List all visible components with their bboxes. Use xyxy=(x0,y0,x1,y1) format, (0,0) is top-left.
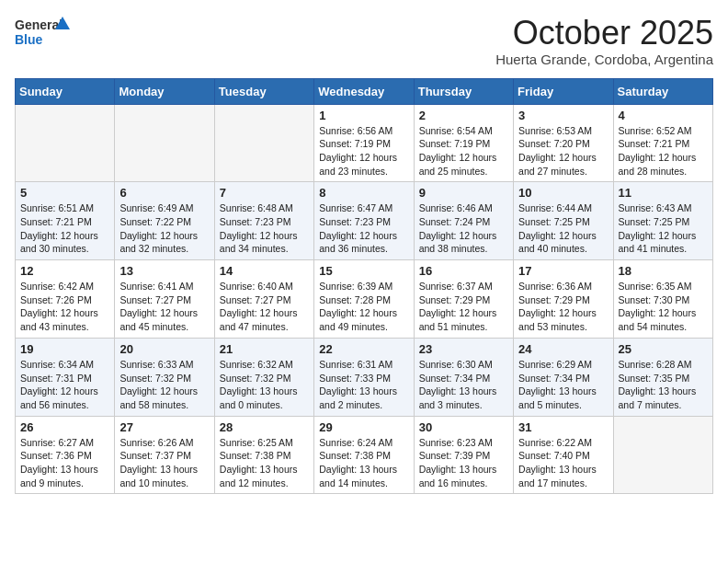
day-number: 4 xyxy=(619,109,708,122)
day-info: Sunrise: 6:22 AM Sunset: 7:40 PM Dayligh… xyxy=(518,436,608,490)
day-number: 19 xyxy=(20,342,109,356)
calendar-day-cell: 21Sunrise: 6:32 AM Sunset: 7:32 PM Dayli… xyxy=(214,338,313,416)
day-info: Sunrise: 6:46 AM Sunset: 7:24 PM Dayligh… xyxy=(419,201,508,256)
month-title: October 2025 xyxy=(495,15,713,52)
day-number: 17 xyxy=(518,264,608,278)
day-info: Sunrise: 6:26 AM Sunset: 7:37 PM Dayligh… xyxy=(119,436,209,490)
day-number: 12 xyxy=(20,264,109,278)
day-number: 1 xyxy=(319,109,408,122)
calendar-day-cell: 13Sunrise: 6:41 AM Sunset: 7:27 PM Dayli… xyxy=(115,260,214,339)
calendar-header-friday: Friday xyxy=(514,78,613,104)
calendar-day-cell: 15Sunrise: 6:39 AM Sunset: 7:28 PM Dayli… xyxy=(314,260,414,339)
day-info: Sunrise: 6:25 AM Sunset: 7:38 PM Dayligh… xyxy=(220,436,309,490)
day-number: 21 xyxy=(220,342,309,356)
day-info: Sunrise: 6:48 AM Sunset: 7:23 PM Dayligh… xyxy=(220,201,309,256)
day-info: Sunrise: 6:43 AM Sunset: 7:25 PM Dayligh… xyxy=(619,201,708,256)
location-title: Huerta Grande, Cordoba, Argentina xyxy=(495,52,713,67)
day-info: Sunrise: 6:42 AM Sunset: 7:26 PM Dayligh… xyxy=(20,280,109,334)
calendar-day-cell: 7Sunrise: 6:48 AM Sunset: 7:23 PM Daylig… xyxy=(214,182,313,260)
day-info: Sunrise: 6:47 AM Sunset: 7:23 PM Dayligh… xyxy=(319,201,408,256)
day-info: Sunrise: 6:54 AM Sunset: 7:19 PM Dayligh… xyxy=(419,124,508,178)
day-number: 30 xyxy=(419,420,508,434)
calendar-day-cell: 19Sunrise: 6:34 AM Sunset: 7:31 PM Dayli… xyxy=(16,338,115,416)
calendar-header-saturday: Saturday xyxy=(613,78,712,104)
calendar-header-row: SundayMondayTuesdayWednesdayThursdayFrid… xyxy=(16,78,713,104)
day-number: 24 xyxy=(518,342,608,356)
day-info: Sunrise: 6:28 AM Sunset: 7:35 PM Dayligh… xyxy=(619,358,708,412)
calendar-day-cell: 31Sunrise: 6:22 AM Sunset: 7:40 PM Dayli… xyxy=(514,416,613,494)
calendar-day-cell: 3Sunrise: 6:53 AM Sunset: 7:20 PM Daylig… xyxy=(514,104,613,182)
day-info: Sunrise: 6:49 AM Sunset: 7:22 PM Dayligh… xyxy=(119,201,209,256)
calendar-day-cell: 30Sunrise: 6:23 AM Sunset: 7:39 PM Dayli… xyxy=(414,416,513,494)
day-info: Sunrise: 6:51 AM Sunset: 7:21 PM Dayligh… xyxy=(20,201,109,256)
calendar-day-cell: 11Sunrise: 6:43 AM Sunset: 7:25 PM Dayli… xyxy=(613,182,712,260)
calendar-table: SundayMondayTuesdayWednesdayThursdayFrid… xyxy=(15,78,713,495)
calendar-day-cell: 16Sunrise: 6:37 AM Sunset: 7:29 PM Dayli… xyxy=(414,260,513,339)
calendar-day-cell: 17Sunrise: 6:36 AM Sunset: 7:29 PM Dayli… xyxy=(514,260,613,339)
calendar-day-cell: 5Sunrise: 6:51 AM Sunset: 7:21 PM Daylig… xyxy=(16,182,115,260)
day-number: 10 xyxy=(518,186,608,200)
day-number: 23 xyxy=(419,342,508,356)
day-number: 15 xyxy=(319,264,408,278)
calendar-day-cell xyxy=(214,104,313,182)
calendar-day-cell xyxy=(613,416,712,494)
day-number: 27 xyxy=(119,420,209,434)
calendar-week-row: 12Sunrise: 6:42 AM Sunset: 7:26 PM Dayli… xyxy=(16,260,713,339)
calendar-day-cell: 20Sunrise: 6:33 AM Sunset: 7:32 PM Dayli… xyxy=(115,338,214,416)
day-info: Sunrise: 6:56 AM Sunset: 7:19 PM Dayligh… xyxy=(319,124,408,178)
day-number: 16 xyxy=(419,264,508,278)
day-number: 22 xyxy=(319,342,408,356)
calendar-day-cell: 29Sunrise: 6:24 AM Sunset: 7:38 PM Dayli… xyxy=(314,416,414,494)
day-number: 5 xyxy=(20,186,109,200)
calendar-day-cell: 22Sunrise: 6:31 AM Sunset: 7:33 PM Dayli… xyxy=(314,338,414,416)
day-number: 14 xyxy=(220,264,309,278)
calendar-day-cell: 1Sunrise: 6:56 AM Sunset: 7:19 PM Daylig… xyxy=(314,104,414,182)
day-info: Sunrise: 6:31 AM Sunset: 7:33 PM Dayligh… xyxy=(319,358,408,412)
calendar-day-cell: 6Sunrise: 6:49 AM Sunset: 7:22 PM Daylig… xyxy=(115,182,214,260)
day-number: 3 xyxy=(518,109,608,122)
calendar-day-cell: 12Sunrise: 6:42 AM Sunset: 7:26 PM Dayli… xyxy=(16,260,115,339)
calendar-day-cell: 10Sunrise: 6:44 AM Sunset: 7:25 PM Dayli… xyxy=(514,182,613,260)
day-number: 9 xyxy=(419,186,508,200)
calendar-day-cell: 28Sunrise: 6:25 AM Sunset: 7:38 PM Dayli… xyxy=(214,416,313,494)
calendar-day-cell: 14Sunrise: 6:40 AM Sunset: 7:27 PM Dayli… xyxy=(214,260,313,339)
day-number: 31 xyxy=(518,420,608,434)
calendar-week-row: 1Sunrise: 6:56 AM Sunset: 7:19 PM Daylig… xyxy=(16,104,713,182)
day-info: Sunrise: 6:36 AM Sunset: 7:29 PM Dayligh… xyxy=(518,280,608,334)
calendar-week-row: 26Sunrise: 6:27 AM Sunset: 7:36 PM Dayli… xyxy=(16,416,713,494)
calendar-header-tuesday: Tuesday xyxy=(214,78,313,104)
calendar-day-cell xyxy=(115,104,214,182)
calendar-day-cell: 27Sunrise: 6:26 AM Sunset: 7:37 PM Dayli… xyxy=(115,416,214,494)
day-info: Sunrise: 6:24 AM Sunset: 7:38 PM Dayligh… xyxy=(319,436,408,490)
day-info: Sunrise: 6:27 AM Sunset: 7:36 PM Dayligh… xyxy=(20,436,109,490)
page-header: GeneralBlue October 2025 Huerta Grande, … xyxy=(15,15,713,67)
calendar-day-cell: 23Sunrise: 6:30 AM Sunset: 7:34 PM Dayli… xyxy=(414,338,513,416)
calendar-header-wednesday: Wednesday xyxy=(314,78,414,104)
day-info: Sunrise: 6:44 AM Sunset: 7:25 PM Dayligh… xyxy=(518,201,608,256)
calendar-day-cell: 4Sunrise: 6:52 AM Sunset: 7:21 PM Daylig… xyxy=(613,104,712,182)
calendar-header-monday: Monday xyxy=(115,78,214,104)
day-number: 11 xyxy=(619,186,708,200)
day-number: 29 xyxy=(319,420,408,434)
svg-text:Blue: Blue xyxy=(15,32,43,47)
day-number: 8 xyxy=(319,186,408,200)
calendar-day-cell: 24Sunrise: 6:29 AM Sunset: 7:34 PM Dayli… xyxy=(514,338,613,416)
day-info: Sunrise: 6:53 AM Sunset: 7:20 PM Dayligh… xyxy=(518,124,608,178)
calendar-day-cell: 25Sunrise: 6:28 AM Sunset: 7:35 PM Dayli… xyxy=(613,338,712,416)
day-number: 2 xyxy=(419,109,508,122)
day-number: 20 xyxy=(119,342,209,356)
logo: GeneralBlue xyxy=(15,15,70,48)
day-number: 28 xyxy=(220,420,309,434)
day-number: 7 xyxy=(220,186,309,200)
day-info: Sunrise: 6:30 AM Sunset: 7:34 PM Dayligh… xyxy=(419,358,508,412)
day-info: Sunrise: 6:37 AM Sunset: 7:29 PM Dayligh… xyxy=(419,280,508,334)
day-info: Sunrise: 6:29 AM Sunset: 7:34 PM Dayligh… xyxy=(518,358,608,412)
calendar-header-sunday: Sunday xyxy=(16,78,115,104)
title-block: October 2025 Huerta Grande, Cordoba, Arg… xyxy=(495,15,713,67)
calendar-day-cell: 2Sunrise: 6:54 AM Sunset: 7:19 PM Daylig… xyxy=(414,104,513,182)
calendar-week-row: 19Sunrise: 6:34 AM Sunset: 7:31 PM Dayli… xyxy=(16,338,713,416)
day-number: 18 xyxy=(619,264,708,278)
day-info: Sunrise: 6:35 AM Sunset: 7:30 PM Dayligh… xyxy=(619,280,708,334)
day-info: Sunrise: 6:52 AM Sunset: 7:21 PM Dayligh… xyxy=(619,124,708,178)
day-info: Sunrise: 6:34 AM Sunset: 7:31 PM Dayligh… xyxy=(20,358,109,412)
